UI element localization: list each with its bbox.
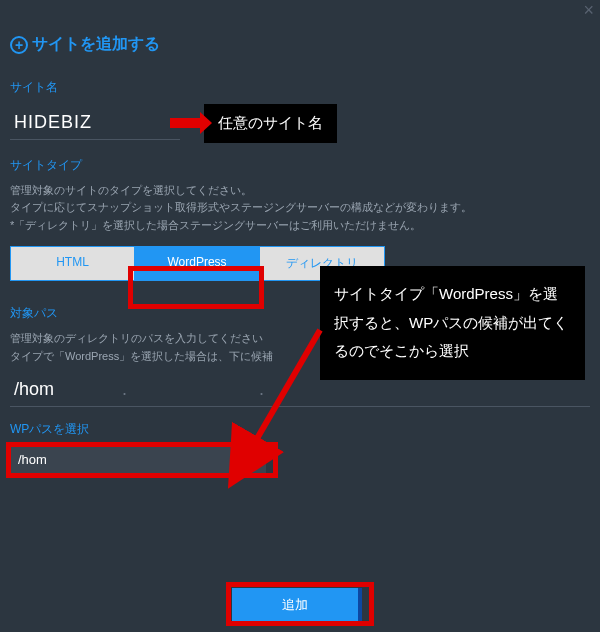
path-separator-icon: . <box>259 379 264 400</box>
annotation-site-type: サイトタイプ「WordPress」を選択すると、WPパスの候補が出てくるのでそこ… <box>320 266 585 380</box>
annotation-arrow-icon <box>170 118 200 128</box>
site-name-input[interactable] <box>10 106 180 140</box>
plus-circle-icon: + <box>10 36 28 54</box>
label-site-name: サイト名 <box>10 79 590 96</box>
tab-html[interactable]: HTML <box>10 246 135 281</box>
tab-wordpress[interactable]: WordPress <box>135 246 260 281</box>
modal-title: サイトを追加する <box>32 34 160 55</box>
label-site-type: サイトタイプ <box>10 157 590 174</box>
help-text: 管理対象のサイトのタイプを選択してください。 <box>10 182 590 200</box>
close-icon[interactable]: × <box>583 0 594 21</box>
path-separator-icon: . <box>122 379 127 400</box>
wp-path-select[interactable] <box>10 446 266 473</box>
add-button[interactable]: 追加 <box>232 588 362 622</box>
help-text: *「ディレクトリ」を選択した場合ステージングサーバーはご利用いただけません。 <box>10 217 590 235</box>
modal-header: + サイトを追加する <box>10 34 590 55</box>
label-wp-path: WPパスを選択 <box>10 421 590 438</box>
target-path-input[interactable]: /hom . . <box>10 375 590 407</box>
help-text: タイプに応じてスナップショット取得形式やステージングサーバーの構成などが変わりま… <box>10 199 590 217</box>
annotation-site-name: 任意のサイト名 <box>204 104 337 143</box>
target-path-value: /hom <box>14 379 54 400</box>
